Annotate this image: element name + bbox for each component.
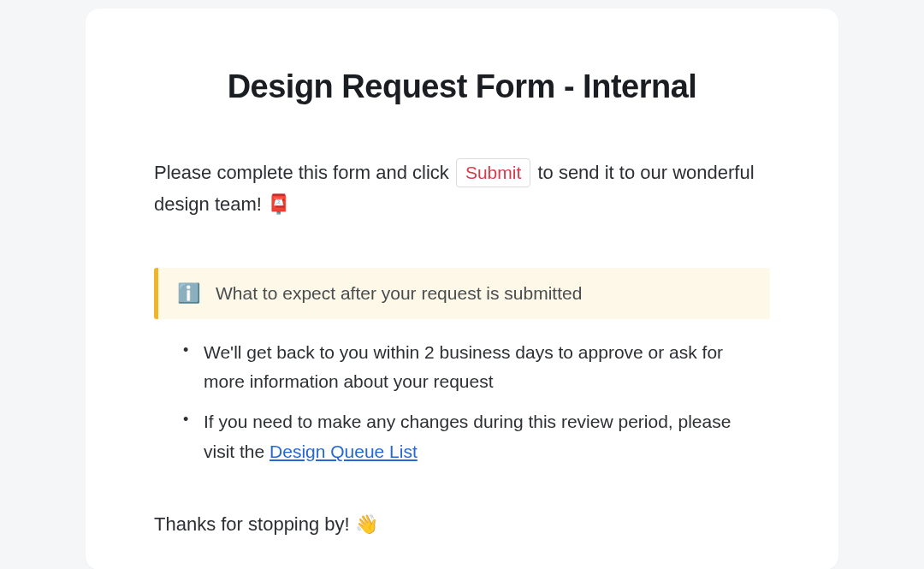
expectations-list: We'll get back to you within 2 business … <box>154 338 770 467</box>
thanks-text: Thanks for stopping by! 👋 <box>154 513 770 536</box>
form-card: Design Request Form - Internal Please co… <box>86 9 838 569</box>
design-queue-link[interactable]: Design Queue List <box>270 442 418 461</box>
info-callout: ℹ️ What to expect after your request is … <box>154 268 770 319</box>
list-item: We'll get back to you within 2 business … <box>180 338 761 397</box>
list-item-text: We'll get back to you within 2 business … <box>204 342 723 392</box>
info-icon: ℹ️ <box>177 284 200 303</box>
intro-text-before: Please complete this form and click <box>154 162 454 183</box>
intro-paragraph: Please complete this form and click Subm… <box>154 157 770 221</box>
page-title: Design Request Form - Internal <box>154 68 770 105</box>
list-item: If you need to make any changes during t… <box>180 407 761 466</box>
submit-chip: Submit <box>456 158 530 187</box>
callout-text: What to expect after your request is sub… <box>216 283 582 304</box>
